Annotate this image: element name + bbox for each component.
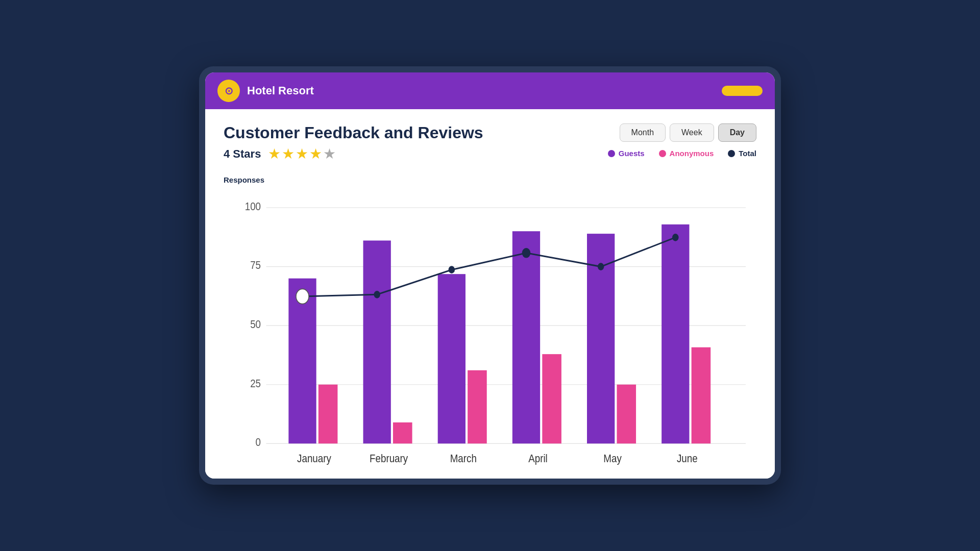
logo-icon: ⊙ bbox=[225, 85, 233, 97]
app-title: Hotel Resort bbox=[247, 84, 722, 97]
filter-week-button[interactable]: Week bbox=[670, 123, 714, 142]
total-dot-jun bbox=[672, 234, 679, 241]
svg-text:June: June bbox=[677, 453, 698, 465]
legend-anon: Anonymous bbox=[659, 149, 714, 158]
star-5: ★ bbox=[323, 145, 336, 162]
page-title: Customer Feedback and Reviews bbox=[224, 123, 483, 142]
star-rating: ★ ★ ★ ★ ★ bbox=[268, 145, 336, 162]
legend-guests: Guests bbox=[608, 149, 645, 158]
bar-mar-guests bbox=[438, 274, 465, 443]
chart-area: Responses 0 25 50 75 100 bbox=[224, 170, 756, 468]
total-dot-mar bbox=[449, 266, 455, 273]
legend-guests-label: Guests bbox=[619, 149, 645, 158]
main-content: Customer Feedback and Reviews Month Week… bbox=[205, 109, 775, 479]
bar-mar-anon bbox=[468, 370, 487, 444]
chart-svg: 0 25 50 75 100 January Febr bbox=[224, 170, 756, 468]
legend-anon-label: Anonymous bbox=[670, 149, 714, 158]
legend-total-dot bbox=[728, 150, 735, 157]
svg-text:75: 75 bbox=[250, 259, 261, 271]
legend-total-label: Total bbox=[739, 149, 756, 158]
bar-feb-guests bbox=[363, 240, 391, 443]
star-3: ★ bbox=[296, 145, 308, 162]
logo-circle: ⊙ bbox=[217, 80, 240, 102]
svg-text:50: 50 bbox=[250, 318, 261, 331]
svg-text:April: April bbox=[528, 453, 548, 465]
tablet-frame: ⊙ Hotel Resort Customer Feedback and Rev… bbox=[199, 66, 781, 485]
svg-text:March: March bbox=[450, 453, 477, 465]
svg-text:100: 100 bbox=[245, 201, 261, 213]
svg-text:January: January bbox=[297, 453, 332, 465]
legend-total: Total bbox=[728, 149, 756, 158]
filter-month-button[interactable]: Month bbox=[620, 123, 666, 142]
bar-jun-anon bbox=[692, 347, 711, 444]
y-axis-label: Responses bbox=[224, 176, 264, 184]
filter-day-button[interactable]: Day bbox=[718, 123, 756, 142]
star-1: ★ bbox=[268, 145, 281, 162]
bar-may-anon bbox=[617, 385, 636, 444]
star-2: ★ bbox=[282, 145, 295, 162]
filter-buttons: Month Week Day bbox=[620, 123, 756, 142]
legend-guests-dot bbox=[608, 150, 615, 157]
svg-text:25: 25 bbox=[250, 377, 261, 389]
stars-row: 4 Stars ★ ★ ★ ★ ★ bbox=[224, 145, 336, 162]
bar-feb-anon bbox=[393, 422, 412, 443]
header-action-button[interactable] bbox=[722, 86, 763, 96]
top-row: Customer Feedback and Reviews Month Week… bbox=[224, 123, 756, 142]
bar-apr-guests bbox=[512, 231, 540, 443]
bar-jun-guests bbox=[662, 224, 689, 443]
rating-label: 4 Stars bbox=[224, 147, 261, 161]
total-dot-apr bbox=[522, 248, 531, 258]
svg-text:0: 0 bbox=[256, 436, 261, 448]
bar-apr-anon bbox=[542, 354, 561, 443]
svg-text:February: February bbox=[370, 453, 408, 465]
app-header: ⊙ Hotel Resort bbox=[205, 72, 775, 109]
bar-jan-anon bbox=[318, 385, 338, 444]
data-point-jan bbox=[296, 289, 309, 304]
chart-legend: Guests Anonymous Total bbox=[608, 149, 756, 158]
legend-anon-dot bbox=[659, 150, 666, 157]
total-dot-may bbox=[598, 263, 604, 270]
tablet-inner: ⊙ Hotel Resort Customer Feedback and Rev… bbox=[205, 72, 775, 479]
total-dot-feb bbox=[374, 291, 380, 298]
svg-text:May: May bbox=[603, 453, 622, 465]
star-4: ★ bbox=[309, 145, 322, 162]
